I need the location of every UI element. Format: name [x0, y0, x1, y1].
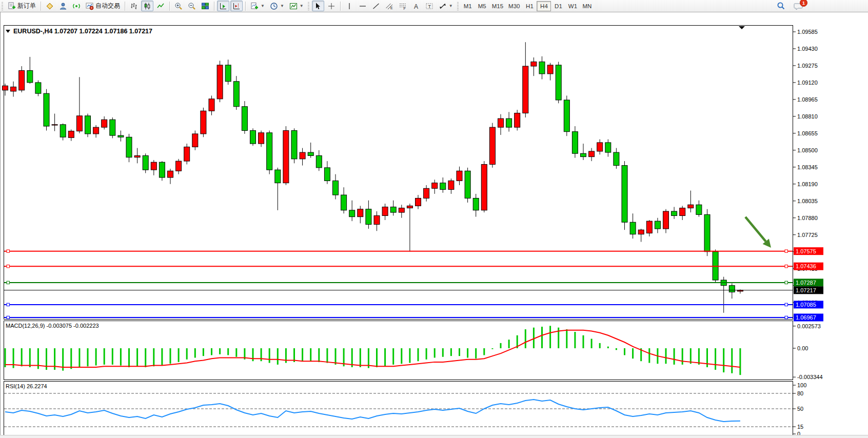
zoom-out-button[interactable] — [186, 1, 198, 11]
chevron-down-icon: ▼ — [280, 4, 284, 8]
svg-text:1.07575: 1.07575 — [796, 248, 816, 254]
separator — [245, 2, 246, 11]
bar-chart-icon — [130, 2, 138, 10]
bar-chart-button[interactable] — [128, 1, 140, 11]
svg-text:1.07217: 1.07217 — [796, 287, 816, 293]
period-button-m1[interactable]: M1 — [461, 1, 475, 11]
mt4-window: 新订单 自动交易 — [0, 0, 868, 438]
auto-scroll-icon — [219, 2, 227, 10]
horizontal-line-button[interactable] — [357, 1, 369, 11]
period-button-mn[interactable]: MN — [580, 1, 594, 11]
autotrade-label: 自动交易 — [95, 2, 120, 10]
svg-text:MACD(12,26,9) -0.003075 -0.002: MACD(12,26,9) -0.003075 -0.002223 — [6, 323, 99, 329]
chart-window[interactable]: 1.095851.094301.092751.091201.089651.088… — [0, 12, 868, 438]
zoom-out-icon — [188, 2, 196, 10]
chart-canvas[interactable]: 1.095851.094301.092751.091201.089651.088… — [1, 12, 868, 438]
text-button[interactable]: A — [410, 1, 422, 11]
zoom-in-icon — [174, 2, 183, 10]
vertical-line-button[interactable] — [343, 1, 356, 11]
timeframes-button[interactable]: ▼ — [268, 1, 286, 11]
toolbar-right-group: 1 — [774, 1, 805, 11]
chart-shift-icon — [232, 2, 241, 10]
period-button-w1[interactable]: W1 — [565, 1, 580, 11]
svg-text:1.08810: 1.08810 — [797, 113, 818, 120]
svg-text:1.08035: 1.08035 — [797, 198, 818, 204]
svg-text:1.08965: 1.08965 — [797, 96, 818, 103]
chart-header[interactable]: EURUSD-,H4 1.07207 1.07224 1.07186 1.072… — [6, 28, 152, 35]
svg-text:1.08655: 1.08655 — [797, 130, 818, 136]
period-button-m15[interactable]: M15 — [489, 1, 506, 11]
text-icon: A — [412, 2, 420, 10]
period-button-m30[interactable]: M30 — [506, 1, 522, 11]
line-chart-button[interactable] — [154, 1, 167, 11]
crosshair-button[interactable] — [325, 1, 338, 11]
text-label-button[interactable]: T — [423, 1, 436, 11]
chevron-down-icon: ▼ — [261, 4, 265, 8]
search-icon — [777, 2, 785, 10]
fibonacci-button[interactable]: F — [397, 1, 409, 11]
indicators-button[interactable]: ▼ — [248, 1, 267, 11]
candlestick-chart-icon — [143, 2, 151, 10]
equidistant-channel-icon: E — [385, 2, 393, 10]
timeframes-clock-icon — [270, 2, 278, 10]
tile-windows-button[interactable] — [199, 1, 211, 11]
period-button-h1[interactable]: H1 — [522, 1, 537, 11]
indicators-icon — [250, 2, 259, 10]
period-group: M1 M5 M15 M30 H1 H4 D1 W1 MN — [461, 1, 595, 11]
svg-text:E: E — [390, 6, 393, 10]
period-button-h4[interactable]: H4 — [537, 1, 551, 11]
cursor-icon — [314, 2, 322, 10]
autotrade-icon — [86, 2, 94, 10]
new-order-button[interactable]: 新订单 — [6, 1, 38, 11]
market-watch-button[interactable] — [44, 1, 56, 11]
separator — [169, 2, 170, 11]
expert-advisors-button[interactable] — [57, 1, 69, 11]
chevron-down-icon: ▼ — [300, 4, 304, 8]
candlestick-chart-button[interactable] — [141, 1, 153, 11]
svg-text:0.002573: 0.002573 — [797, 323, 821, 329]
new-order-label: 新订单 — [17, 2, 36, 10]
equidistant-channel-button[interactable]: E — [383, 1, 396, 11]
toolbar-gripper[interactable] — [308, 2, 309, 10]
svg-text:1.06967: 1.06967 — [796, 314, 816, 321]
expert-advisor-icon — [59, 2, 67, 10]
text-label-icon: T — [425, 2, 433, 10]
notification-badge: 1 — [800, 0, 807, 7]
period-button-d1[interactable]: D1 — [551, 1, 565, 11]
horizontal-line-icon — [359, 2, 367, 10]
crosshair-icon — [327, 2, 336, 10]
signals-button[interactable] — [70, 1, 83, 11]
zoom-in-button[interactable] — [172, 1, 185, 11]
separator — [214, 2, 214, 11]
svg-text:1.07725: 1.07725 — [797, 232, 818, 238]
svg-text:15: 15 — [797, 424, 803, 430]
svg-text:F: F — [403, 7, 405, 10]
market-watch-icon — [46, 2, 54, 10]
svg-text:0.00: 0.00 — [797, 345, 808, 351]
cursor-button[interactable] — [312, 1, 324, 11]
main-toolbar: 新订单 自动交易 — [0, 0, 868, 12]
period-button-m5[interactable]: M5 — [475, 1, 489, 11]
svg-text:1.09120: 1.09120 — [797, 79, 818, 86]
svg-text:1.07287: 1.07287 — [796, 280, 816, 286]
svg-text:80: 80 — [797, 390, 803, 396]
search-button[interactable] — [775, 1, 787, 11]
templates-button[interactable]: ▼ — [287, 1, 306, 11]
template-icon — [289, 2, 298, 10]
chevron-down-icon: ▼ — [449, 4, 453, 8]
vertical-line-icon — [345, 2, 353, 10]
arrows-tool-button[interactable]: ▼ — [437, 1, 455, 11]
notifications-button[interactable]: 1 — [792, 1, 805, 11]
svg-text:-0.003344: -0.003344 — [797, 374, 823, 380]
toolbar-gripper[interactable] — [2, 2, 3, 10]
trendline-button[interactable] — [370, 1, 382, 11]
signal-icon — [72, 2, 81, 10]
svg-text:1.09430: 1.09430 — [797, 46, 818, 52]
chart-shift-button[interactable] — [230, 1, 243, 11]
window-bottom-edge — [0, 435, 868, 438]
svg-text:T: T — [428, 4, 431, 9]
autotrade-button[interactable]: 自动交易 — [84, 1, 122, 11]
svg-text:100: 100 — [797, 382, 806, 388]
toolbar-gripper[interactable] — [457, 2, 459, 10]
auto-scroll-button[interactable] — [217, 1, 229, 11]
